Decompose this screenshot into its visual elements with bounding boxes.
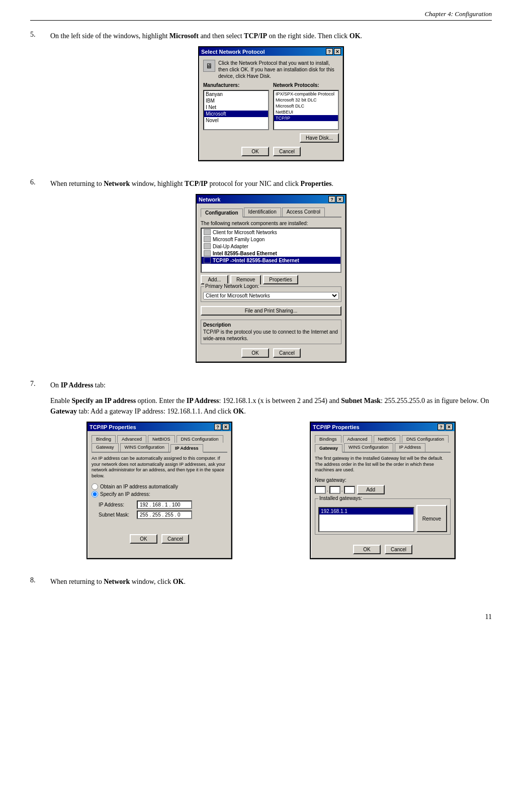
dialog3-ip-label: IP Address:	[99, 502, 135, 508]
manufacturer-ibm[interactable]: IBM	[204, 97, 268, 104]
dialog3-radio2[interactable]: Specify an IP address:	[92, 491, 227, 497]
dialog2-logon-section: Primary Network Logon: Client for Micros…	[201, 286, 341, 302]
tab4-wins[interactable]: WINS Configuration	[344, 443, 393, 452]
tab4-gateway[interactable]: Gateway	[315, 444, 342, 453]
dialog3-ip-fields: IP Address: 192 . 168 . 1 . 100 Subnet M…	[99, 500, 227, 519]
dialog2-logon-label: Primary Network Logon:	[204, 283, 260, 289]
gateway-seg2[interactable]	[329, 486, 340, 494]
tab4-netbios[interactable]: NetBIOS	[374, 435, 401, 443]
step-5-text: On the left side of the windows, highlig…	[50, 31, 492, 41]
dialog3-cancel-btn[interactable]: Cancel	[161, 534, 189, 544]
dialog4-remove-btn[interactable]: Remove	[416, 505, 447, 532]
manufacturer-microsoft[interactable]: Microsoft	[204, 111, 268, 117]
dialog3-help-btn[interactable]: ?	[214, 424, 221, 430]
dialog1-close-btn[interactable]: ✕	[334, 48, 341, 55]
page-footer-area: 11	[30, 601, 492, 621]
dialog3-subnet-label: Subnet Mask:	[99, 512, 135, 518]
dialog3-ip-input[interactable]: 192 . 168 . 1 . 100	[137, 500, 192, 509]
dialog4-add-btn[interactable]: Add	[357, 485, 385, 494]
dialog3-ok-btn[interactable]: OK	[130, 534, 157, 544]
tab-configuration[interactable]: Configuration	[201, 209, 243, 218]
dialog1-titlebar-buttons: ? ✕	[326, 48, 341, 55]
gateway-192168[interactable]: 192.168.1.1	[319, 508, 413, 515]
dialog1-cancel-btn[interactable]: Cancel	[273, 147, 301, 156]
protocol-netbeui[interactable]: NetBEUI	[274, 109, 338, 115]
protocol-tcpip[interactable]: TCP/IP	[274, 115, 338, 121]
dialog4-help-btn[interactable]: ?	[438, 424, 445, 430]
page-number: 11	[485, 613, 492, 621]
tab-identification[interactable]: Identification	[244, 208, 281, 217]
dialog3-radio1-input[interactable]	[92, 483, 98, 490]
dialog1-manufacturers-list[interactable]: Banyan IBM I Net Microsoft Novel	[203, 90, 269, 130]
component-dialup[interactable]: Dial-Up Adapter	[202, 243, 340, 250]
dialog1-help-btn[interactable]: ?	[326, 48, 333, 55]
gateway-seg1[interactable]	[315, 486, 326, 494]
dialog1-protocols-list[interactable]: IPX/SPX-compatible Protocol Microsoft 32…	[273, 90, 339, 130]
dialog4-gateway-input-row: . . Add	[315, 485, 451, 494]
protocol-msdlc[interactable]: Microsoft DLC	[274, 103, 338, 109]
dialog2-file-print-btn[interactable]: File and Print Sharing...	[201, 306, 341, 316]
dialog3-subnet-row: Subnet Mask: 255 . 255 . 255 . 0	[99, 511, 227, 519]
gateway-seg3[interactable]	[344, 486, 355, 494]
manufacturer-novel[interactable]: Novel	[204, 117, 268, 124]
tab4-advanced[interactable]: Advanced	[343, 435, 372, 443]
component-ms-family[interactable]: Microsoft Family Logon	[202, 236, 340, 243]
dialog2-logon-row: Primary Network Logon: Client for Micros…	[201, 286, 341, 302]
tcpip-properties-ipaddress-dialog: TCP/IP Properties ? ✕ Binding Advanced N…	[86, 422, 232, 559]
manufacturer-inet[interactable]: I Net	[204, 104, 268, 111]
dialog3-close-btn[interactable]: ✕	[222, 424, 229, 430]
dialog1-info-icon: 🖥	[203, 60, 215, 72]
dialog2-help-btn[interactable]: ?	[328, 196, 335, 202]
tab3-gateway[interactable]: Gateway	[92, 443, 119, 452]
dialog1-protocols-label: Network Protocols:	[273, 82, 339, 88]
dialog2-description: Description TCP/IP is the protocol you u…	[201, 320, 341, 344]
component-icon3	[204, 243, 211, 249]
step-7-screenshots: TCP/IP Properties ? ✕ Binding Advanced N…	[50, 422, 492, 559]
step-7: 7. On IP Address tab: Enable Specify an …	[30, 380, 492, 567]
dialog4-gateways-list[interactable]: 192.168.1.1	[318, 507, 414, 532]
step-7-content: On IP Address tab: Enable Specify an IP …	[50, 380, 492, 567]
protocol-ms32dlc[interactable]: Microsoft 32 bit DLC	[274, 97, 338, 103]
dialog4-ok-btn[interactable]: OK	[353, 545, 381, 554]
tab3-wins[interactable]: WINS Configuration	[120, 443, 169, 452]
dialog2-components-list[interactable]: Client for Microsoft Networks Microsoft …	[201, 228, 341, 273]
dialog3-tabs: Binding Advanced NetBIOS DNS Configurati…	[92, 435, 227, 453]
dialog3-subnet-input[interactable]: 255 . 255 . 255 . 0	[137, 511, 192, 519]
page-header: Chapter 4: Configuration	[30, 10, 492, 21]
step-5-content: On the left side of the windows, highlig…	[50, 31, 492, 169]
tab3-netbios[interactable]: NetBIOS	[148, 435, 175, 443]
tab3-ipaddress[interactable]: IP Address	[170, 444, 203, 453]
tab3-binding[interactable]: Binding	[92, 435, 116, 443]
select-network-protocol-dialog: Select Network Protocol ? ✕ 🖥 Click the …	[198, 46, 344, 161]
dialog2-ok-btn[interactable]: OK	[241, 348, 269, 358]
dialog2-properties-btn[interactable]: Properties	[263, 275, 298, 284]
component-client-msnet[interactable]: Client for Microsoft Networks	[202, 229, 340, 236]
step-8-content: When returning to Network window, click …	[50, 576, 492, 592]
dialog1-ok-btn[interactable]: OK	[241, 147, 269, 156]
step-8: 8. When returning to Network window, cli…	[30, 576, 492, 592]
dialog4-close-btn[interactable]: ✕	[446, 424, 453, 430]
dialog2-desc-text: TCP/IP is the protocol you use to connec…	[203, 329, 339, 342]
dialog2-close-btn[interactable]: ✕	[336, 196, 343, 202]
component-intel-eth[interactable]: Intel 82595-Based Ethernet	[202, 250, 340, 257]
dialog1-have-disk-btn[interactable]: Have Disk...	[300, 133, 339, 143]
dialog3-radio1[interactable]: Obtain an IP address automatically	[92, 483, 227, 490]
dialog2-cancel-btn[interactable]: Cancel	[273, 348, 301, 358]
tab4-ipaddress[interactable]: IP Address	[395, 443, 425, 452]
dialog3-radio2-input[interactable]	[92, 491, 98, 497]
tab3-advanced[interactable]: Advanced	[117, 435, 146, 443]
dialog2-logon-select[interactable]: Client for Microsoft Networks	[203, 292, 339, 299]
tab-access-control[interactable]: Access Control	[282, 208, 325, 217]
tab4-dns[interactable]: DNS Configuration	[402, 435, 449, 443]
dialog2-action-buttons: OK Cancel	[201, 348, 341, 358]
manufacturer-banyan[interactable]: Banyan	[204, 91, 268, 97]
dialog4-body: Bindings Advanced NetBIOS DNS Configurat…	[311, 431, 455, 558]
dialog1-action-buttons: OK Cancel	[203, 147, 339, 156]
protocol-ipxspx[interactable]: IPX/SPX-compatible Protocol	[274, 91, 338, 97]
dialog3-radio1-label: Obtain an IP address automatically	[100, 484, 178, 489]
dialog4-cancel-btn[interactable]: Cancel	[385, 545, 412, 554]
component-tcpip-intel[interactable]: TCP/IP ->Intel 82595-Based Ethernet	[202, 257, 340, 264]
tab4-bindings[interactable]: Bindings	[315, 435, 341, 443]
tab3-dns[interactable]: DNS Configuration	[177, 435, 223, 443]
step-5-num: 5.	[30, 31, 45, 169]
